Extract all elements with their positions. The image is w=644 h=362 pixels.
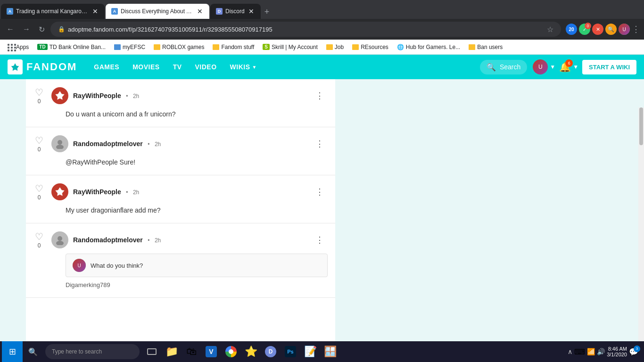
chrome-menu-button[interactable]: ⋮ [632,24,640,34]
fandom-search[interactable]: 🔍 Search [480,60,527,74]
comment-more-3[interactable]: ⋮ [312,185,328,199]
bookmark-myefsc[interactable]: myEFSC [110,42,149,52]
quote-author-credit: Digamerking789 [66,281,110,288]
taskbar-clock[interactable]: 8:46 AM 3/1/2020 [607,346,627,357]
nav-wikis[interactable]: WIKIS ▼ [224,59,263,74]
scrollbar-thumb[interactable] [639,107,643,145]
bookmark-roblox[interactable]: ROBLOX games [150,42,208,52]
taskbar-search-area[interactable]: 🔍 [24,341,42,362]
taskbar-discord[interactable]: D [261,341,280,362]
taskbar-date: 3/1/2020 [607,352,627,357]
bookmark-td[interactable]: TD TD Bank Online Ban... [33,42,109,52]
bookmark-fandom[interactable]: Fandom stuff [209,42,258,52]
scrollbar-track[interactable] [638,107,644,362]
bookmark-td-label: TD Bank Online Ban... [50,44,106,50]
browser-tab-1[interactable]: A Trading a normal Kangaroo | Fan... ✕ [1,4,105,19]
comment-meta-3: RayWithPeople • 2h [73,188,307,196]
taskbar-chrome[interactable] [222,341,240,362]
bookmark-banusers-label: Ban users [477,44,503,50]
tab-favicon-2: A [111,8,118,15]
taskbar-store[interactable]: 🛍 [182,341,201,362]
bookmark-apps[interactable]: Apps [4,42,33,52]
heart-icon-4[interactable]: ♡ [35,231,43,242]
address-bar[interactable]: 🔒 adoptme.fandom.com/f/p/321627407935100… [50,22,561,37]
star-icon[interactable]: ☆ [547,25,553,34]
comment-avatar-3 [51,183,68,200]
start-button[interactable]: ⊞ [2,341,23,362]
comment-username-1: RayWithPeople [73,92,121,99]
quote-text: What do you think? [91,262,143,269]
start-wiki-button[interactable]: START A WIKI [582,60,636,74]
bookmark-resources-label: REsources [361,44,388,50]
nav-movies[interactable]: MOVIES [127,59,165,74]
taskbar-photoshop[interactable]: Ps [281,341,300,362]
comment-more-2[interactable]: ⋮ [312,137,328,151]
taskbar-windows-icon[interactable]: 🪟 [321,341,339,362]
user-avatar-chrome[interactable]: U [619,24,630,35]
taskbar-search-placeholder: Type here to search [52,348,102,355]
nav-tv[interactable]: TV [167,59,188,74]
bookmark-resources[interactable]: REsources [348,42,392,52]
tab-close-2[interactable]: ✕ [196,7,204,16]
taskbar-volume-icon[interactable]: 🔊 [597,348,605,355]
bookmark-job[interactable]: Job [322,42,347,52]
comment-like-2[interactable]: ♡ 0 [33,135,45,153]
bookmark-apps-label: Apps [16,44,29,50]
ext-icon-4[interactable]: 🔍 [605,24,617,35]
heart-icon-2[interactable]: ♡ [35,135,43,146]
bookmark-skrill-icon: S [263,44,270,50]
bookmark-hub[interactable]: 🌐 Hub for Gamers. Le... [393,42,464,52]
new-tab-button[interactable]: + [261,5,273,19]
comment-4: ♡ 0 Randomadoptmelover • 2h ⋮ [26,223,335,298]
fandom-logo[interactable]: FANDOM [8,59,77,74]
quote-avatar: U [73,259,86,272]
comment-like-4[interactable]: ♡ 0 [33,231,45,249]
bookmark-banusers[interactable]: Ban users [465,42,506,52]
comment-more-4[interactable]: ⋮ [312,233,328,247]
taskbar-file-explorer[interactable]: 📁 [162,341,181,362]
comment-avatar-1 [51,87,68,104]
taskbar-search-box[interactable]: Type here to search [45,344,140,359]
back-button[interactable]: ← [4,23,17,35]
bookmark-td-icon: TD [37,44,47,50]
comment-like-3[interactable]: ♡ 0 [33,183,45,201]
taskbar-sticky-notes[interactable]: 📝 [301,341,320,362]
ext-icon-2[interactable]: ✓0 [579,24,590,35]
notification-bell[interactable]: 🔔 6 [559,61,571,73]
heart-icon-3[interactable]: ♡ [35,183,43,194]
system-up-icon[interactable]: ∧ [568,348,572,355]
comment-like-1[interactable]: ♡ 0 [33,87,45,105]
taskbar-network-icon[interactable]: 📶 [587,348,595,355]
fandom-header: FANDOM GAMES MOVIES TV VIDEO WIKIS ▼ 🔍 S… [0,55,644,79]
browser-tab-2[interactable]: A Discuss Everything About Adopt... ✕ [106,4,209,19]
tab-title-3: Discord [225,8,245,15]
comment-username-3: RayWithPeople [73,188,121,196]
browser-tab-3[interactable]: D Discord ✕ [210,4,261,19]
taskbar-notification-center[interactable]: 💬 3 [629,347,638,356]
forward-button[interactable]: → [20,23,33,35]
comment-avatar-4 [51,231,68,248]
ext-icon-1[interactable]: 20 [566,24,577,35]
tab-close-1[interactable]: ✕ [91,7,99,16]
taskbar: ⊞ 🔍 Type here to search 📁 🛍 V ⭐ D Ps 📝 🪟 [0,341,644,362]
reload-button[interactable]: ↻ [36,23,48,36]
comment-age-1: 2h [133,93,139,99]
tab-close-3[interactable]: ✕ [248,7,255,16]
taskbar-keyboard-icon[interactable]: ⌨ [574,347,585,356]
bookmark-skrill-label: Skrill | My Account [272,44,318,50]
user-avatar[interactable]: U [533,59,548,74]
taskbar-star[interactable]: ⭐ [241,341,260,362]
v-app-icon: V [206,346,217,357]
notif-dropdown-icon[interactable]: ▼ [573,64,578,70]
heart-icon-1[interactable]: ♡ [35,87,43,98]
taskbar-task-view[interactable] [142,341,161,362]
ext-icon-3[interactable]: ✕ [592,24,603,35]
avatar-dropdown-icon[interactable]: ▼ [550,64,555,70]
taskbar-app-v[interactable]: V [202,341,221,362]
nav-games[interactable]: GAMES [88,59,125,74]
comment-more-1[interactable]: ⋮ [312,89,328,103]
file-explorer-icon: 📁 [165,346,178,358]
windows-app-icon: 🪟 [324,346,337,358]
bookmark-skrill[interactable]: S Skrill | My Account [259,42,321,52]
nav-video[interactable]: VIDEO [190,59,223,74]
